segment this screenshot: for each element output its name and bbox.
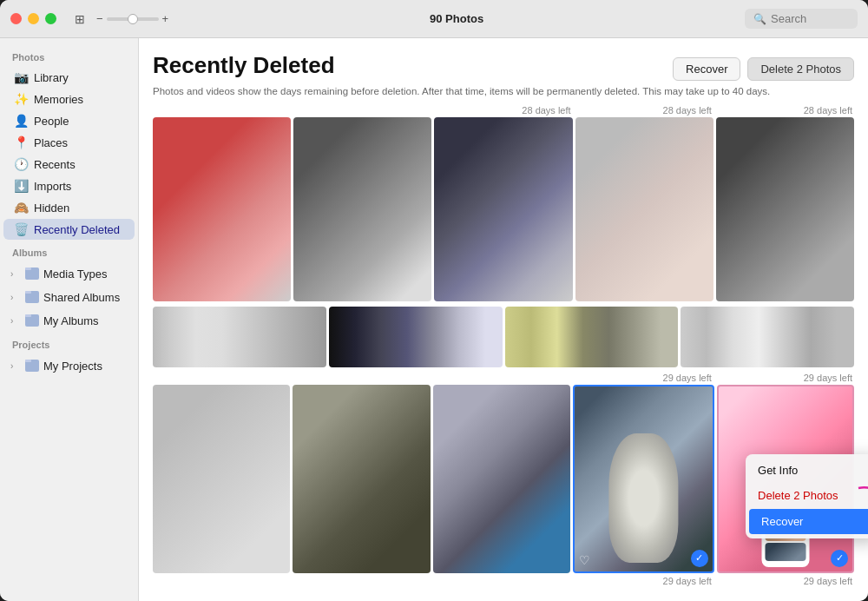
bottom-label-5: 29 days left bbox=[716, 576, 854, 586]
svg-rect-3 bbox=[25, 291, 31, 294]
row1-label-3: 28 days left bbox=[434, 105, 572, 116]
photo-row-3: ♡ ✓ ✓ bbox=[153, 385, 854, 573]
row1-label-4: 28 days left bbox=[575, 105, 713, 116]
zoom-thumb[interactable] bbox=[128, 14, 138, 24]
sidebar-item-places[interactable]: 📍 Places bbox=[3, 132, 135, 153]
svg-rect-1 bbox=[25, 267, 31, 270]
memories-icon: ✨ bbox=[14, 92, 28, 106]
search-icon: 🔍 bbox=[753, 13, 766, 25]
photo-thumb[interactable] bbox=[293, 117, 431, 301]
svg-rect-7 bbox=[25, 360, 31, 362]
minimize-button[interactable] bbox=[28, 13, 39, 24]
my-projects-icon bbox=[24, 358, 40, 373]
photo-thumb-wide[interactable] bbox=[153, 307, 326, 367]
sidebar-item-hidden[interactable]: 🙈 Hidden bbox=[3, 197, 135, 218]
window-title: 90 Photos bbox=[168, 12, 745, 25]
photo-thumb-wide-2[interactable] bbox=[329, 307, 503, 367]
imports-icon: ⬇️ bbox=[14, 179, 28, 193]
content-area: Recently Deleted Recover Delete 2 Photos… bbox=[139, 38, 868, 601]
zoom-track[interactable] bbox=[107, 17, 159, 21]
photo-thumb-r3-3[interactable] bbox=[433, 385, 570, 573]
photo-thumb[interactable] bbox=[434, 117, 572, 301]
row1-label-5: 28 days left bbox=[716, 105, 854, 116]
recently-deleted-icon: 🗑️ bbox=[14, 222, 28, 236]
bottom-label-4: 29 days left bbox=[575, 576, 713, 586]
bottom-label-1 bbox=[153, 576, 291, 586]
photo-thumb-wide-3[interactable] bbox=[505, 307, 679, 367]
fullscreen-button[interactable] bbox=[45, 13, 56, 24]
row1-label-1 bbox=[153, 105, 291, 116]
checkmark-icon-2: ✓ bbox=[831, 550, 848, 567]
recents-icon: 🕐 bbox=[14, 157, 28, 171]
row1-label-2 bbox=[293, 105, 431, 116]
photo-thumb[interactable] bbox=[575, 117, 713, 301]
photo-grid: 28 days left 28 days left 28 days left bbox=[139, 105, 868, 601]
heart-icon: ♡ bbox=[579, 553, 590, 567]
zoom-plus-icon[interactable]: + bbox=[162, 12, 169, 25]
places-icon: 📍 bbox=[14, 135, 28, 149]
sidebar: Photos 📷 Library ✨ Memories 👤 People 📍 P… bbox=[0, 38, 139, 601]
library-icon: 📷 bbox=[14, 70, 28, 84]
sidebar-group-shared-albums[interactable]: › Shared Albums bbox=[3, 286, 135, 308]
search-box[interactable]: 🔍 bbox=[745, 9, 858, 29]
checkmark-icon: ✓ bbox=[691, 550, 708, 567]
chevron-right-icon-2: › bbox=[10, 293, 21, 302]
row3-labels: 29 days left 29 days left bbox=[153, 373, 854, 383]
sidebar-item-people[interactable]: 👤 People bbox=[3, 110, 135, 131]
zoom-minus-icon[interactable]: − bbox=[96, 12, 103, 25]
sidebar-label-hidden: Hidden bbox=[34, 201, 69, 215]
sidebar-label-shared-albums: Shared Albums bbox=[43, 291, 120, 304]
sidebar-group-my-projects[interactable]: › My Projects bbox=[3, 354, 135, 377]
photo-thumb-r3-2[interactable] bbox=[293, 385, 430, 573]
row3-label-2 bbox=[293, 373, 431, 383]
row3-label-3 bbox=[434, 373, 572, 383]
sidebar-label-media-types: Media Types bbox=[43, 267, 107, 281]
row1-labels: 28 days left 28 days left 28 days left bbox=[153, 105, 854, 116]
sidebar-item-recently-deleted[interactable]: 🗑️ Recently Deleted bbox=[3, 219, 135, 240]
titlebar: ⊞ − + 90 Photos 🔍 bbox=[0, 0, 868, 38]
chevron-right-icon: › bbox=[10, 269, 21, 279]
search-input[interactable] bbox=[771, 12, 849, 25]
projects-section-label: Projects bbox=[0, 333, 138, 353]
sidebar-label-memories: Memories bbox=[34, 93, 83, 106]
sidebar-group-my-albums[interactable]: › My Albums bbox=[3, 309, 135, 332]
photo-thumb-selected[interactable]: ♡ ✓ bbox=[573, 385, 713, 573]
bottom-label-3 bbox=[434, 576, 572, 586]
media-types-icon bbox=[24, 266, 40, 281]
row3-label-5: 29 days left bbox=[716, 373, 854, 383]
page-title: Recently Deleted bbox=[153, 52, 335, 79]
albums-section-label: Albums bbox=[0, 241, 138, 261]
sidebar-item-imports[interactable]: ⬇️ Imports bbox=[3, 175, 135, 196]
photo-row-1 bbox=[153, 117, 854, 301]
photo-thumb-wide-4[interactable] bbox=[681, 307, 854, 367]
photo-thumb[interactable] bbox=[716, 117, 854, 301]
sidebar-item-library[interactable]: 📷 Library bbox=[3, 67, 135, 88]
sidebar-item-memories[interactable]: ✨ Memories bbox=[3, 89, 135, 109]
recover-button[interactable]: Recover bbox=[673, 57, 740, 81]
toolbar-controls: ⊞ − + bbox=[70, 10, 168, 29]
my-albums-icon bbox=[24, 313, 40, 328]
photo-thumb[interactable] bbox=[153, 117, 291, 301]
sidebar-group-media-types[interactable]: › Media Types bbox=[3, 262, 135, 285]
traffic-lights bbox=[10, 13, 56, 24]
zoom-slider[interactable]: − + bbox=[96, 12, 168, 25]
photo-thumb-r3-1[interactable] bbox=[153, 385, 290, 573]
delete-button[interactable]: Delete 2 Photos bbox=[747, 57, 854, 81]
sidebar-label-recently-deleted: Recently Deleted bbox=[34, 223, 120, 236]
row3-bottom-labels: 29 days left 29 days left bbox=[153, 576, 854, 586]
sidebar-label-recents: Recents bbox=[34, 158, 76, 171]
header-buttons: Recover Delete 2 Photos bbox=[673, 57, 854, 81]
svg-rect-5 bbox=[25, 314, 31, 317]
hidden-icon: 🙈 bbox=[14, 201, 28, 215]
close-button[interactable] bbox=[10, 13, 22, 24]
app-window: ⊞ − + 90 Photos 🔍 Photos 📷 Library bbox=[0, 0, 868, 601]
sidebar-item-recents[interactable]: 🕐 Recents bbox=[3, 154, 135, 175]
chevron-right-icon-3: › bbox=[10, 316, 21, 326]
sidebar-toggle-icon[interactable]: ⊞ bbox=[70, 10, 89, 29]
sidebar-label-people: People bbox=[34, 115, 69, 128]
sidebar-label-library: Library bbox=[34, 71, 69, 84]
bottom-label-2 bbox=[293, 576, 431, 586]
photos-section-label: Photos bbox=[0, 45, 138, 66]
people-icon: 👤 bbox=[14, 114, 28, 128]
chevron-right-icon-4: › bbox=[10, 361, 21, 371]
